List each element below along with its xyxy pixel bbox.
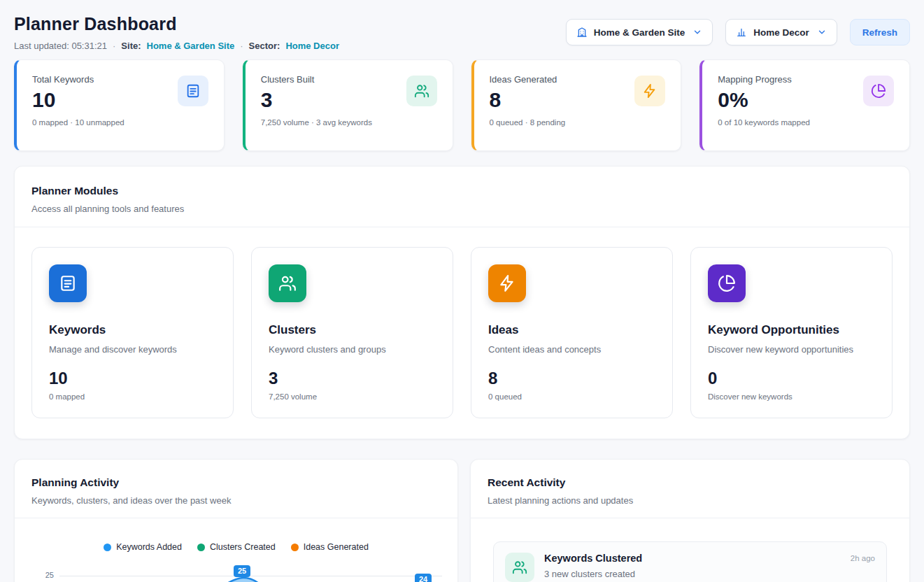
header-controls: Home & Garden Site Home Decor Refresh	[566, 19, 910, 45]
recent-activity-title: Recent Activity	[488, 476, 893, 489]
planning-activity-header: Planning Activity Keywords, clusters, an…	[15, 460, 457, 518]
module-detail: Discover new keywords	[708, 392, 875, 401]
activity-list-item[interactable]: Keywords Clustered 3 new clusters create…	[493, 541, 887, 582]
module-title: Keywords	[49, 323, 216, 337]
stat-card-ideas-generated: Ideas Generated 8 0 queued · 8 pending	[471, 59, 682, 151]
data-point-label: 25	[234, 565, 250, 577]
stat-value: 0%	[718, 88, 792, 112]
legend-item-ideas-generated: Ideas Generated	[291, 542, 369, 552]
stat-label: Mapping Progress	[718, 74, 792, 85]
lightning-icon	[634, 76, 665, 106]
legend-dot-blue	[104, 544, 111, 551]
data-point-label: 24	[415, 574, 432, 582]
chevron-down-icon	[817, 27, 827, 37]
legend-item-keywords-added: Keywords Added	[104, 542, 182, 552]
module-title: Clusters	[269, 323, 436, 337]
sector-selector-dropdown[interactable]: Home Decor	[725, 19, 837, 45]
modules-subtitle: Access all planning tools and features	[31, 204, 893, 214]
refresh-button[interactable]: Refresh	[850, 19, 910, 45]
pie-chart-icon	[863, 76, 894, 106]
recent-activity-subtitle: Latest planning actions and updates	[488, 495, 893, 506]
modules-header: Planner Modules Access all planning tool…	[15, 166, 909, 227]
legend-label: Clusters Created	[210, 542, 276, 552]
stat-label: Ideas Generated	[490, 74, 557, 85]
planner-dashboard-page: Planner Dashboard Last updated: 05:31:21…	[0, 0, 924, 582]
legend-item-clusters-created: Clusters Created	[197, 542, 276, 552]
users-icon	[269, 264, 306, 302]
header-left: Planner Dashboard Last updated: 05:31:21…	[14, 14, 339, 51]
document-icon	[178, 76, 208, 106]
module-title: Keyword Opportunities	[708, 323, 875, 337]
bar-chart-icon	[736, 27, 747, 38]
legend-label: Keywords Added	[116, 542, 182, 552]
recent-activity-card: Recent Activity Latest planning actions …	[470, 459, 910, 582]
activity-area-chart: 25 25 24	[31, 561, 442, 582]
sector-link[interactable]: Home Decor	[285, 41, 339, 51]
site-selector-label: Home & Garden Site	[594, 27, 685, 38]
module-detail: 7,250 volume	[269, 392, 436, 401]
sector-label: Sector:	[249, 41, 280, 51]
legend-dot-orange	[291, 544, 299, 551]
module-description: Manage and discover keywords	[49, 344, 216, 355]
stats-row: Total Keywords 10 0 mapped · 10 unmapped…	[0, 59, 924, 151]
stat-value: 3	[261, 88, 315, 112]
planning-activity-subtitle: Keywords, clusters, and ideas over the p…	[31, 495, 441, 506]
stat-detail: 0 of 10 keywords mapped	[718, 118, 894, 127]
module-value: 8	[488, 369, 655, 388]
stat-card-clusters-built: Clusters Built 3 7,250 volume · 3 avg ke…	[243, 59, 453, 151]
module-detail: 0 mapped	[49, 392, 216, 401]
module-detail: 0 queued	[488, 392, 655, 401]
module-value: 3	[269, 369, 436, 388]
activity-item-title: Keywords Clustered	[544, 553, 642, 564]
module-card-keywords[interactable]: Keywords Manage and discover keywords 10…	[31, 247, 234, 418]
users-icon	[505, 553, 534, 582]
site-link[interactable]: Home & Garden Site	[147, 41, 235, 51]
stat-detail: 0 mapped · 10 unmapped	[32, 118, 208, 127]
module-description: Content ideas and concepts	[488, 344, 655, 355]
bottom-row: Planning Activity Keywords, clusters, an…	[14, 459, 910, 582]
module-value: 0	[708, 369, 875, 388]
site-selector-dropdown[interactable]: Home & Garden Site	[566, 19, 713, 45]
legend-dot-green	[197, 544, 205, 551]
stat-value: 8	[490, 88, 557, 112]
module-title: Ideas	[488, 323, 655, 337]
stat-card-mapping-progress: Mapping Progress 0% 0 of 10 keywords map…	[699, 59, 910, 151]
stat-label: Total Keywords	[32, 74, 94, 85]
lightning-icon	[488, 264, 526, 302]
module-card-ideas[interactable]: Ideas Content ideas and concepts 8 0 que…	[471, 247, 673, 418]
module-value: 10	[49, 369, 216, 388]
keywords-added-area-series	[59, 561, 442, 582]
modules-grid: Keywords Manage and discover keywords 10…	[15, 227, 909, 439]
document-icon	[49, 264, 87, 302]
planning-activity-title: Planning Activity	[31, 476, 441, 489]
sector-selector-label: Home Decor	[753, 27, 809, 38]
last-updated-text: Last updated: 05:31:21	[14, 41, 107, 51]
module-description: Discover new keyword opportunities	[708, 344, 875, 355]
meta-separator: ·	[113, 41, 115, 51]
page-header: Planner Dashboard Last updated: 05:31:21…	[0, 0, 924, 59]
stat-card-total-keywords: Total Keywords 10 0 mapped · 10 unmapped	[14, 59, 225, 151]
y-axis-tick: 25	[37, 571, 54, 579]
stat-label: Clusters Built	[261, 74, 315, 85]
activity-item-timestamp: 2h ago	[851, 553, 875, 562]
meta-separator: ·	[240, 41, 243, 51]
site-label: Site:	[121, 41, 141, 51]
chevron-down-icon	[692, 27, 702, 37]
planning-activity-card: Planning Activity Keywords, clusters, an…	[14, 459, 458, 582]
module-description: Keyword clusters and groups	[269, 344, 436, 355]
stat-detail: 7,250 volume · 3 avg keywords	[261, 118, 437, 127]
modules-title: Planner Modules	[31, 185, 893, 197]
recent-activity-header: Recent Activity Latest planning actions …	[471, 460, 909, 518]
header-meta: Last updated: 05:31:21 · Site: Home & Ga…	[14, 41, 339, 51]
legend-label: Ideas Generated	[304, 542, 369, 552]
activity-item-description: 3 new clusters created	[544, 569, 642, 579]
chart-legend: Keywords Added Clusters Created Ideas Ge…	[15, 542, 457, 552]
stat-detail: 0 queued · 8 pending	[490, 118, 666, 127]
module-card-keyword-opportunities[interactable]: Keyword Opportunities Discover new keywo…	[690, 247, 893, 418]
planner-modules-panel: Planner Modules Access all planning tool…	[14, 166, 910, 439]
users-icon	[406, 76, 437, 106]
page-title: Planner Dashboard	[14, 14, 339, 34]
pie-chart-icon	[708, 264, 746, 302]
module-card-clusters[interactable]: Clusters Keyword clusters and groups 3 7…	[251, 247, 453, 418]
stat-value: 10	[32, 88, 94, 112]
